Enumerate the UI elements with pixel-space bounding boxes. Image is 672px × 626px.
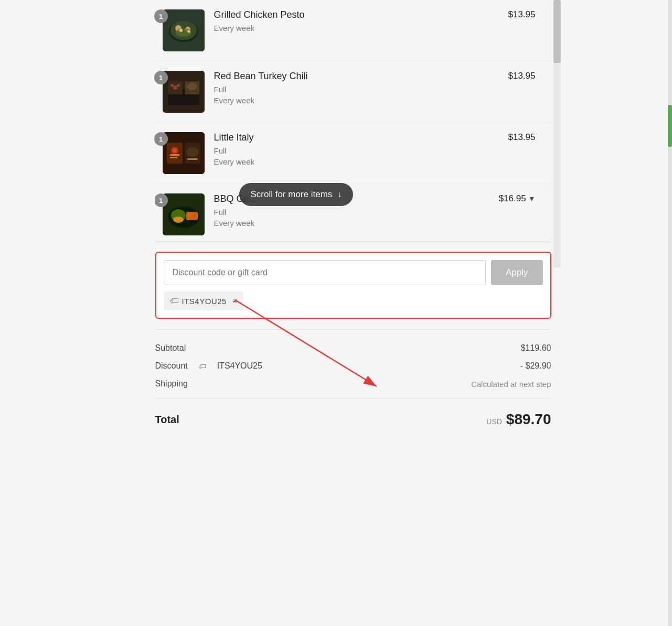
svg-rect-24 bbox=[187, 158, 198, 160]
svg-point-30 bbox=[188, 212, 192, 217]
item-quantity-badge: 1 bbox=[155, 193, 168, 207]
discount-tag-icon-small: 🏷 bbox=[198, 362, 206, 371]
list-item: 1 BBQ Gri... Full Every week bbox=[155, 184, 551, 242]
item-price: $13.95 bbox=[508, 9, 551, 20]
total-amount: $89.70 bbox=[506, 411, 551, 428]
price-dropdown-icon: ▼ bbox=[528, 195, 536, 203]
discount-value: - $29.90 bbox=[520, 361, 551, 371]
remove-discount-button[interactable]: × bbox=[233, 297, 237, 305]
items-scroll-area[interactable]: 1 Grilled Chicken Pesto Eve bbox=[155, 0, 551, 242]
item-price: $16.95 ▼ bbox=[499, 193, 551, 204]
total-row: Total USD $89.70 bbox=[155, 404, 551, 430]
item-image bbox=[163, 71, 205, 113]
apply-button[interactable]: Apply bbox=[491, 260, 543, 285]
item-quantity-badge: 1 bbox=[154, 71, 168, 84]
discount-input-row: Apply bbox=[164, 260, 543, 285]
subtotal-label: Subtotal bbox=[155, 343, 186, 353]
svg-rect-22 bbox=[170, 157, 177, 158]
item-size: Full bbox=[214, 207, 499, 218]
applied-discount-tag: 🏷 ITS4YOU25 × bbox=[164, 292, 244, 310]
shipping-row: Shipping Calculated at next step bbox=[155, 375, 551, 393]
item-quantity-badge: 1 bbox=[154, 132, 168, 146]
item-frequency: Every week bbox=[214, 95, 508, 106]
right-scrollbar-thumb[interactable] bbox=[668, 105, 672, 147]
svg-point-14 bbox=[177, 84, 180, 87]
cart-panel: 1 Grilled Chicken Pesto Eve bbox=[111, 0, 562, 451]
item-image bbox=[163, 9, 205, 51]
total-label: Total bbox=[155, 414, 179, 426]
discount-tag-row: 🏷 ITS4YOU25 × bbox=[164, 292, 543, 310]
subtotal-row: Subtotal $119.60 bbox=[155, 339, 551, 357]
summary-divider bbox=[155, 398, 551, 398]
list-item: 1 Red Bean Turkey Chili Ful bbox=[155, 61, 551, 123]
discount-row: Discount 🏷 ITS4YOU25 - $29.90 bbox=[155, 357, 551, 375]
svg-point-6 bbox=[179, 29, 183, 32]
svg-rect-28 bbox=[186, 212, 198, 220]
item-size: Full bbox=[214, 145, 508, 156]
item-image bbox=[163, 132, 205, 174]
item-info: Red Bean Turkey Chili Full Every week bbox=[214, 71, 508, 106]
item-name: Red Bean Turkey Chili bbox=[214, 71, 508, 82]
svg-point-29 bbox=[173, 217, 184, 223]
discount-code-input[interactable] bbox=[164, 260, 486, 285]
svg-point-7 bbox=[187, 30, 190, 33]
item-quantity-badge: 1 bbox=[154, 9, 168, 23]
item-name: Little Italy bbox=[214, 132, 508, 143]
item-name: BBQ Gri... bbox=[214, 193, 499, 204]
scrollbar-track bbox=[553, 0, 561, 267]
page-container: 1 Grilled Chicken Pesto Eve bbox=[0, 0, 672, 626]
discount-label: Discount 🏷 ITS4YOU25 bbox=[155, 361, 262, 371]
svg-point-12 bbox=[173, 85, 177, 90]
item-price: $13.95 bbox=[508, 71, 551, 81]
svg-rect-21 bbox=[170, 154, 179, 156]
subtotal-value: $119.60 bbox=[521, 343, 551, 353]
svg-point-23 bbox=[186, 147, 199, 157]
discount-code-label: ITS4YOU25 bbox=[182, 297, 227, 306]
svg-point-13 bbox=[170, 84, 174, 87]
right-scrollbar bbox=[668, 0, 672, 626]
svg-point-20 bbox=[173, 148, 177, 153]
item-frequency: Every week bbox=[214, 156, 508, 167]
svg-point-15 bbox=[187, 83, 197, 90]
list-item: 1 Little Italy bbox=[155, 123, 551, 184]
item-info: Grilled Chicken Pesto Every week bbox=[214, 9, 508, 34]
discount-section: Apply 🏷 ITS4YOU25 × bbox=[155, 252, 551, 319]
shipping-value: Calculated at next step bbox=[471, 380, 551, 388]
total-currency: USD bbox=[486, 417, 502, 426]
item-frequency: Every week bbox=[214, 23, 508, 34]
item-info: BBQ Gri... Full Every week bbox=[214, 193, 499, 229]
list-item: 1 Grilled Chicken Pesto Eve bbox=[155, 0, 551, 61]
item-info: Little Italy Full Every week bbox=[214, 132, 508, 167]
tag-icon: 🏷 bbox=[170, 296, 179, 306]
total-value-group: USD $89.70 bbox=[486, 411, 551, 428]
shipping-label: Shipping bbox=[155, 379, 188, 388]
discount-applied-code: ITS4YOU25 bbox=[217, 361, 262, 371]
scrollbar-thumb[interactable] bbox=[553, 0, 561, 63]
item-price: $13.95 bbox=[508, 132, 551, 143]
item-name: Grilled Chicken Pesto bbox=[214, 9, 508, 20]
summary-section: Subtotal $119.60 Discount 🏷 ITS4YOU25 - … bbox=[155, 329, 551, 430]
item-image bbox=[163, 193, 205, 235]
item-frequency: Every week bbox=[214, 218, 499, 229]
item-size: Full bbox=[214, 84, 508, 95]
